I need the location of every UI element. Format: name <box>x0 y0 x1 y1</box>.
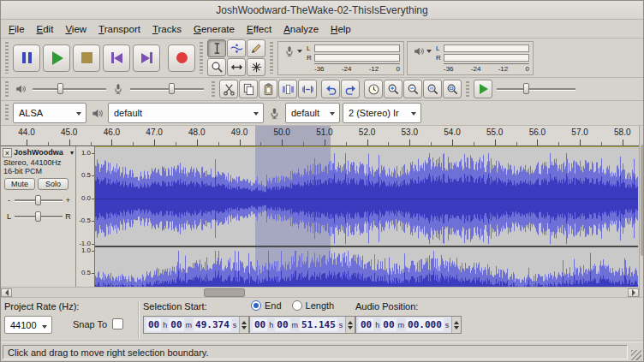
menu-analyze[interactable]: Analyze <box>277 20 325 39</box>
time-spinner[interactable] <box>345 317 355 333</box>
spin-down-icon[interactable] <box>348 326 353 332</box>
cut-button[interactable] <box>219 80 238 98</box>
zoom-tool-button[interactable] <box>207 58 226 76</box>
transport-toolbar-grip[interactable] <box>5 42 9 74</box>
draw-tool-button[interactable] <box>247 39 265 57</box>
undo-button[interactable] <box>321 80 340 98</box>
selection-end-time[interactable]: 00h 00m 51.145s <box>249 316 355 334</box>
output-volume-slider[interactable] <box>33 82 106 96</box>
menu-effect[interactable]: Effect <box>241 20 277 39</box>
skip-to-start-button[interactable] <box>103 45 130 72</box>
menu-file[interactable]: File <box>3 20 31 39</box>
spin-up-icon[interactable] <box>348 318 353 324</box>
playback-meter[interactable]: L R -36-24-120 <box>407 41 534 75</box>
record-button[interactable] <box>168 45 195 72</box>
meter-toolbar-grip[interactable] <box>270 42 273 74</box>
input-volume-slider[interactable] <box>130 82 204 96</box>
time-seconds[interactable]: 49.374 <box>194 318 231 331</box>
mute-button[interactable]: Mute <box>4 178 35 190</box>
end-radio[interactable] <box>251 300 261 311</box>
silence-audio-button[interactable] <box>298 80 317 98</box>
vertical-scrollbar[interactable] <box>639 126 644 297</box>
menu-help[interactable]: Help <box>325 20 357 39</box>
recording-meter[interactable]: L R -36-24-120 <box>277 41 404 75</box>
play-at-speed-button[interactable] <box>474 80 492 98</box>
scroll-right-arrow-icon[interactable] <box>628 288 639 297</box>
track-control-panel[interactable]: × JoshWoodwa ▾ Stereo, 44100Hz 16-bit PC… <box>1 146 76 287</box>
horizontal-scrollbar[interactable] <box>1 287 639 297</box>
fit-selection-button[interactable] <box>423 80 442 98</box>
menu-generate[interactable]: Generate <box>188 20 241 39</box>
timeline-ruler[interactable]: 44.045.046.047.048.049.050.051.052.053.0… <box>1 126 639 146</box>
playback-speed-slider[interactable] <box>497 82 575 96</box>
pause-button[interactable] <box>13 45 40 72</box>
sync-lock-button[interactable] <box>364 80 383 98</box>
vertical-scrollbar-thumb[interactable] <box>641 145 644 256</box>
resize-grip-icon[interactable] <box>631 350 641 360</box>
time-spinner[interactable] <box>451 317 461 333</box>
selection-tool-button[interactable] <box>207 39 226 57</box>
edit-toolbar-grip[interactable] <box>212 81 215 97</box>
slider-thumb[interactable] <box>35 195 41 205</box>
input-channels-select[interactable]: 2 (Stereo) Ir <box>343 103 421 123</box>
time-seconds[interactable]: 51.145 <box>300 318 337 331</box>
input-device-select[interactable]: default <box>285 103 340 123</box>
time-hours[interactable]: 00 <box>146 318 161 331</box>
menu-tracks[interactable]: Tracks <box>146 20 188 39</box>
playback-meter-dropdown[interactable] <box>411 44 433 59</box>
spin-down-icon[interactable] <box>242 326 247 332</box>
tools-toolbar-grip[interactable] <box>200 42 203 74</box>
end-radio-label[interactable]: End <box>265 300 282 311</box>
output-device-select[interactable]: default <box>108 103 264 123</box>
solo-button[interactable]: Solo <box>38 178 69 190</box>
zoom-out-button[interactable] <box>403 80 422 98</box>
time-minutes[interactable]: 00 <box>169 318 183 331</box>
scroll-left-arrow-icon[interactable] <box>1 288 12 297</box>
time-seconds[interactable]: 00.000 <box>406 318 444 331</box>
multi-tool-button[interactable] <box>247 58 265 76</box>
waveform-canvas[interactable] <box>95 146 638 287</box>
spin-down-icon[interactable] <box>454 326 459 332</box>
length-radio-label[interactable]: Length <box>306 300 335 311</box>
audio-position-time[interactable]: 00h 00m 00.000s <box>355 316 462 334</box>
time-spinner[interactable] <box>239 317 248 333</box>
zoom-in-button[interactable] <box>384 80 402 98</box>
close-track-icon[interactable]: × <box>3 148 12 157</box>
mixer-toolbar-grip[interactable] <box>5 81 9 97</box>
gain-slider[interactable] <box>15 194 63 206</box>
horizontal-scrollbar-thumb[interactable] <box>204 288 245 297</box>
project-rate-select[interactable]: 44100 <box>4 316 52 334</box>
skip-to-end-button[interactable] <box>133 45 160 72</box>
trim-audio-button[interactable] <box>278 80 297 98</box>
spin-up-icon[interactable] <box>242 318 247 324</box>
audio-host-select[interactable]: ALSA <box>13 103 86 123</box>
time-hours[interactable]: 00 <box>359 318 373 331</box>
copy-button[interactable] <box>239 80 258 98</box>
slider-thumb[interactable] <box>169 83 175 94</box>
time-hours[interactable]: 00 <box>253 318 267 331</box>
fit-project-button[interactable] <box>443 80 462 98</box>
envelope-tool-button[interactable] <box>227 39 246 57</box>
redo-button[interactable] <box>341 80 360 98</box>
track-name[interactable]: JoshWoodwa <box>14 148 69 157</box>
vertical-scale-ruler[interactable]: 1.00.50.0-0.5-1.01.00.5 <box>76 146 95 287</box>
recording-meter-dropdown[interactable] <box>282 44 304 59</box>
stop-button[interactable] <box>73 45 100 72</box>
slider-thumb[interactable] <box>523 83 529 94</box>
track-menu-arrow-icon[interactable]: ▾ <box>70 149 74 157</box>
play-at-speed-grip[interactable] <box>466 81 469 97</box>
selection-start-time[interactable]: 00h 00m 49.374s <box>143 316 249 334</box>
time-minutes[interactable]: 00 <box>381 318 396 331</box>
play-button[interactable] <box>43 45 70 72</box>
pan-slider[interactable] <box>15 211 63 223</box>
slider-thumb[interactable] <box>57 83 63 94</box>
menu-edit[interactable]: Edit <box>31 20 60 39</box>
menu-view[interactable]: View <box>59 20 92 39</box>
menu-transport[interactable]: Transport <box>92 20 146 39</box>
timeshift-tool-button[interactable] <box>227 58 246 76</box>
spin-up-icon[interactable] <box>454 318 459 324</box>
snap-to-checkbox[interactable] <box>112 318 123 329</box>
paste-button[interactable] <box>259 80 277 98</box>
slider-thumb[interactable] <box>35 211 41 222</box>
length-radio[interactable] <box>292 300 302 311</box>
